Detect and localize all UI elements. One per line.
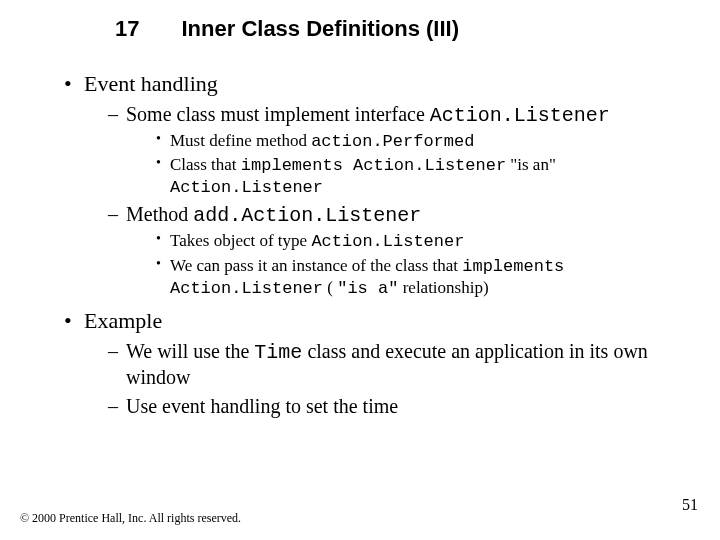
text-segment: "is an" — [510, 155, 556, 174]
code-segment: Action.Listener — [311, 232, 464, 251]
text-segment: Class that — [170, 155, 241, 174]
code-segment: "is a" — [337, 279, 398, 298]
subbullet-some-class: Some class must implement interface Acti… — [106, 102, 680, 199]
slide: 17 Inner Class Definitions (III) Event h… — [0, 0, 720, 540]
slide-number-heading: 17 — [115, 16, 139, 42]
text-segment: Method — [126, 203, 193, 225]
text-segment: Some class must implement interface — [126, 103, 430, 125]
slide-title: Inner Class Definitions (III) — [181, 16, 458, 42]
bullet-example: Example We will use the Time class and e… — [60, 307, 680, 419]
copyright-footer: © 2000 Prentice Hall, Inc. All rights re… — [20, 511, 241, 526]
code-segment: Action.Listener — [170, 178, 323, 197]
page-number: 51 — [682, 496, 698, 514]
text-segment: We can pass it an instance of the class … — [170, 256, 462, 275]
text-segment: Takes object of type — [170, 231, 311, 250]
code-segment: Action.Listener — [430, 104, 610, 127]
slide-body: Event handling Some class must implement… — [0, 42, 720, 419]
sub2-takes-object: Takes object of type Action.Listener — [154, 230, 680, 252]
text-segment: Must define method — [170, 131, 311, 150]
slide-title-row: 17 Inner Class Definitions (III) — [0, 0, 720, 42]
text-segment: ( — [327, 278, 333, 297]
subbullet-use-event: Use event handling to set the time — [106, 394, 680, 419]
text-segment: We will use the — [126, 340, 254, 362]
code-segment: add.Action.Listener — [193, 204, 421, 227]
bullet-text: Event handling — [84, 71, 218, 96]
sub2-must-define: Must define method action.Performed — [154, 130, 680, 152]
sub2-class-that: Class that implements Action.Listener "i… — [154, 154, 680, 199]
bullet-text: Example — [84, 308, 162, 333]
code-segment: Time — [254, 341, 302, 364]
sub2-we-can-pass: We can pass it an instance of the class … — [154, 255, 680, 300]
bullet-event-handling: Event handling Some class must implement… — [60, 70, 680, 299]
subbullet-use-time: We will use the Time class and execute a… — [106, 339, 680, 390]
text-segment: Use event handling to set the time — [126, 395, 398, 417]
text-segment: relationship) — [403, 278, 489, 297]
code-segment: implements Action.Listener — [241, 156, 506, 175]
subbullet-method-add: Method add.Action.Listener Takes object … — [106, 202, 680, 299]
code-segment: action.Performed — [311, 132, 474, 151]
